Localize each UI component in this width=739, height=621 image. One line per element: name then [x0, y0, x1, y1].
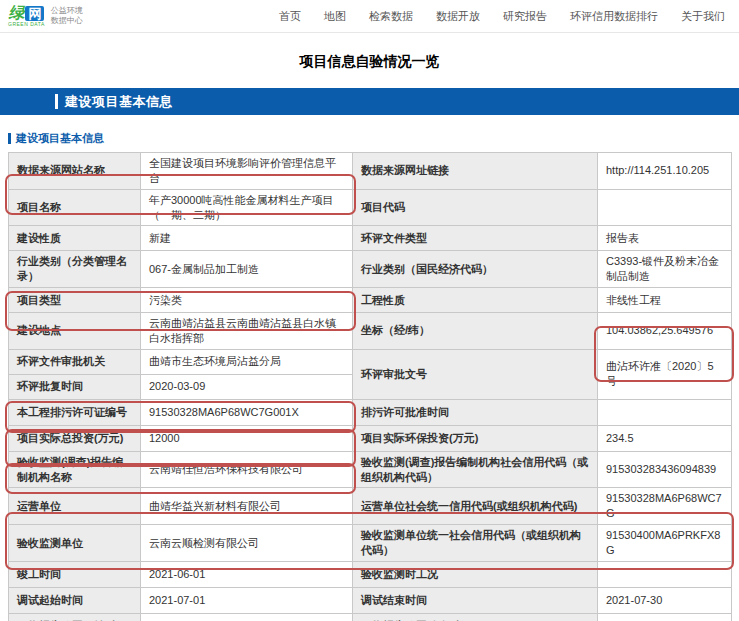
field-value: 104.03862,25.649576: [598, 313, 732, 350]
table-row: 数据来源网站名称全国建设项目环境影响评价管理信息平台数据来源网址链接http:/…: [9, 153, 732, 190]
table-row: 项目实际总投资(万元)12000项目实际环保投资(万元)234.5: [9, 425, 732, 451]
field-value: 067-金属制品加工制造: [141, 251, 353, 288]
field-label: 调试结束时间: [353, 587, 598, 613]
logo-net-char: 网: [25, 6, 44, 21]
field-value: 12000: [141, 425, 353, 451]
field-value: 2021-06-01: [141, 561, 353, 587]
field-value: 234.5: [598, 425, 732, 451]
section-banner: 建设项目基本信息: [0, 88, 739, 115]
field-label: 验收报告公开结束时间: [353, 613, 598, 621]
field-value: [598, 189, 732, 226]
top-header: 绿 网 GREEN DATA 公益环境 数据中心 首页 地图 检索数据 数据开放…: [0, 0, 739, 33]
field-value: 云南云顺检测有限公司: [141, 525, 353, 562]
field-value: 2021-07-30: [598, 587, 732, 613]
logo-tagline-line1: 公益环境: [51, 6, 83, 16]
field-value: C3393-锻件及粉末冶金制品制造: [598, 251, 732, 288]
field-value: 2020-03-09: [141, 374, 353, 399]
table-row: 本工程排污许可证编号91530328MA6P68WC7G001X排污许可批准时间: [9, 399, 732, 425]
banner-accent-bar: [55, 94, 58, 109]
table-row: 竣工时间2021-06-01验收监测时工况: [9, 561, 732, 587]
project-info-table-container: 数据来源网站名称全国建设项目环境影响评价管理信息平台数据来源网址链接http:/…: [8, 152, 731, 621]
logo-tagline: 公益环境 数据中心: [51, 6, 83, 26]
logo-english-text: GREEN DATA: [8, 22, 45, 27]
nav-item-map[interactable]: 地图: [324, 9, 346, 24]
field-label: 数据来源网站名称: [9, 153, 141, 190]
field-value: 2022-04-01: [598, 613, 732, 621]
field-label: 验收监测(调查)报告编制机构名称: [9, 451, 141, 488]
table-row: 建设地点云南曲靖沾益县云南曲靖沾益县白水镇白水指挥部坐标（经/纬）104.038…: [9, 313, 732, 350]
field-value: 2021-07-01: [141, 587, 353, 613]
field-label: 竣工时间: [9, 561, 141, 587]
nav-item-eia-credit-ranking[interactable]: 环评信用数据排行: [570, 9, 658, 24]
nav-item-research-reports[interactable]: 研究报告: [503, 9, 547, 24]
field-value: 91530328MA6P68WC7G001X: [141, 399, 353, 425]
nav-item-search-data[interactable]: 检索数据: [369, 9, 413, 24]
field-value: 报告表: [598, 226, 732, 251]
project-info-table: 数据来源网站名称全国建设项目环境影响评价管理信息平台数据来源网址链接http:/…: [8, 152, 732, 621]
table-row: 调试起始时间2021-07-01调试结束时间2021-07-30: [9, 587, 732, 613]
field-label: 项目代码: [353, 189, 598, 226]
table-row: 项目类型污染类工程性质非线性工程: [9, 288, 732, 313]
table-row: 验收监测单位云南云顺检测有限公司验收监测单位统一社会信用代码（或组织机构代码）9…: [9, 525, 732, 562]
nav-item-home[interactable]: 首页: [279, 9, 301, 24]
field-value: [598, 399, 732, 425]
table-row: 环评文件审批机关曲靖市生态环境局沾益分局环评审批文号曲沾环许准〔2020〕5号: [9, 349, 732, 374]
field-label: 项目实际环保投资(万元): [353, 425, 598, 451]
field-value: 污染类: [141, 288, 353, 313]
field-value: 全国建设项目环境影响评价管理信息平台: [141, 153, 353, 190]
table-row: 验收报告公开起始时间2022-03-07验收报告公开结束时间2022-04-01: [9, 613, 732, 621]
logo-green-char: 绿: [8, 5, 24, 21]
page-title: 项目信息自验情况一览: [0, 53, 739, 71]
logo-mark: 绿 网 GREEN DATA: [8, 5, 45, 27]
field-label: 项目名称: [9, 189, 141, 226]
table-row: 行业类别（分类管理名录）067-金属制品加工制造行业类别（国民经济代码）C339…: [9, 251, 732, 288]
field-label: 项目类型: [9, 288, 141, 313]
field-label: 调试起始时间: [9, 587, 141, 613]
field-label: 行业类别（分类管理名录）: [9, 251, 141, 288]
table-row: 建设性质新建环评文件类型报告表: [9, 226, 732, 251]
field-value: 曲靖市生态环境局沾益分局: [141, 349, 353, 374]
field-label: 建设地点: [9, 313, 141, 350]
field-label: 运营单位: [9, 488, 141, 525]
section-subheader: 建设项目基本信息: [8, 131, 739, 146]
table-row: 验收监测(调查)报告编制机构名称云南靖佳恒浩环保科技有限公司验收监测(调查)报告…: [9, 451, 732, 488]
info-table-body: 数据来源网站名称全国建设项目环境影响评价管理信息平台数据来源网址链接http:/…: [9, 153, 732, 621]
field-value: 云南曲靖沾益县云南曲靖沾益县白水镇白水指挥部: [141, 313, 353, 350]
field-value: 非线性工程: [598, 288, 732, 313]
field-label: 排污许可批准时间: [353, 399, 598, 425]
field-label: 验收监测单位统一社会信用代码（或组织机构代码）: [353, 525, 598, 562]
field-label: 验收报告公开起始时间: [9, 613, 141, 621]
field-label: 验收监测时工况: [353, 561, 598, 587]
table-row: 运营单位曲靖华益兴新材料有限公司运营单位社会统一信用代码(或组织机构代码)915…: [9, 488, 732, 525]
logo-tagline-line2: 数据中心: [51, 16, 83, 26]
field-value: [598, 561, 732, 587]
field-value: 2022-03-07: [141, 613, 353, 621]
field-label: 验收监测单位: [9, 525, 141, 562]
field-label: 运营单位社会统一信用代码(或组织机构代码): [353, 488, 598, 525]
field-label: 环评审批文号: [353, 349, 598, 399]
field-label: 行业类别（国民经济代码）: [353, 251, 598, 288]
section-banner-title: 建设项目基本信息: [65, 93, 173, 111]
nav-item-open-data[interactable]: 数据开放: [436, 9, 480, 24]
site-logo[interactable]: 绿 网 GREEN DATA 公益环境 数据中心: [8, 5, 83, 27]
field-label: 工程性质: [353, 288, 598, 313]
field-label: 建设性质: [9, 226, 141, 251]
field-label: 项目实际总投资(万元): [9, 425, 141, 451]
field-value: 91530400MA6PRKFX8G: [598, 525, 732, 562]
field-value: http://114.251.10.205: [598, 153, 732, 190]
field-label: 环评文件审批机关: [9, 349, 141, 374]
main-nav: 首页 地图 检索数据 数据开放 研究报告 环评信用数据排行 关于我们: [279, 9, 725, 24]
field-label: 坐标（经/纬）: [353, 313, 598, 350]
field-label: 验收监测(调查)报告编制机构社会信用代码（或组织机构代码）: [353, 451, 598, 488]
field-label: 数据来源网址链接: [353, 153, 598, 190]
field-label: 环评批复时间: [9, 374, 141, 399]
field-value: 云南靖佳恒浩环保科技有限公司: [141, 451, 353, 488]
field-value: 91530328MA6P68WC7G: [598, 488, 732, 525]
field-value: 915303283436094839: [598, 451, 732, 488]
field-value: 曲靖华益兴新材料有限公司: [141, 488, 353, 525]
table-row: 项目名称年产30000吨高性能金属材料生产项目（一期、二期）项目代码: [9, 189, 732, 226]
nav-item-about-us[interactable]: 关于我们: [681, 9, 725, 24]
subheader-accent-bar: [8, 133, 11, 144]
field-label: 本工程排污许可证编号: [9, 399, 141, 425]
field-value: 年产30000吨高性能金属材料生产项目（一期、二期）: [141, 189, 353, 226]
